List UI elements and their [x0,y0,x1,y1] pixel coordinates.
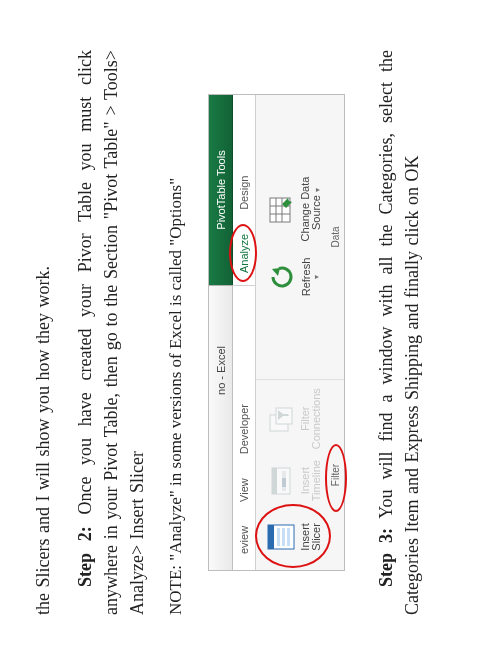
dropdown-arrow-icon: ▾ [313,275,321,279]
note-line: NOTE: "Analyze" in some versions of Exce… [166,50,186,615]
tab-view[interactable]: View [233,466,255,514]
svg-rect-3 [282,528,285,546]
change-data-source-icon [266,194,296,224]
excel-ribbon-screenshot: no - Excel PivotTable Tools eview View D… [208,94,345,571]
svg-rect-6 [272,468,277,494]
filter-group-label: Filter [328,380,344,570]
insert-slicer-label-2: Slicer [311,523,323,551]
insert-slicer-button[interactable]: Insert Slicer [264,510,325,564]
step-3-paragraph: Step 3: You will find a window with all … [373,50,425,615]
tab-developer[interactable]: Developer [233,392,255,466]
step-2-label: Step 2: [75,526,95,587]
filter-connections-icon [266,404,296,434]
refresh-button[interactable]: Refresh ▾ [265,250,323,304]
tab-design[interactable]: Design [233,164,255,222]
filter-connections-button[interactable]: Filter Connections [264,386,325,451]
tab-analyze[interactable]: Analyze [233,222,255,285]
refresh-icon [267,262,297,292]
tab-review[interactable]: eview [233,514,255,566]
svg-rect-2 [277,528,280,546]
change-data-source-button[interactable]: Change Data Source ▾ [264,170,325,248]
timeline-icon [266,466,296,496]
step-2-paragraph: Step 2: Once you have created your Pivor… [72,50,150,615]
data-group-label: Data [328,95,344,379]
window-title-doc: no - Excel [209,285,233,570]
svg-rect-1 [268,525,274,549]
slicer-icon [266,522,296,552]
window-title-contextual: PivotTable Tools [209,95,233,285]
step-3-label: Step 3: [376,528,396,587]
svg-rect-4 [287,528,290,546]
insert-timeline-button[interactable]: Insert Timeline [264,453,325,507]
intro-fragment: the Slicers and I will show you how they… [30,50,56,615]
svg-rect-8 [282,478,286,487]
dropdown-arrow-icon: ▾ [313,188,322,192]
